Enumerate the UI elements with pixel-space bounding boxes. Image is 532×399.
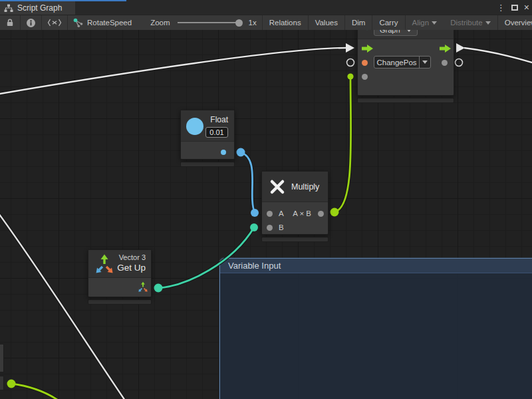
lock-icon [5, 18, 15, 27]
flow-input-arrow-icon[interactable] [362, 45, 373, 53]
current-graph-indicator: RotateSpeed [68, 18, 137, 28]
window-maximize-icon[interactable] [511, 5, 518, 11]
wire-float-to-multiply[interactable] [241, 152, 255, 213]
wire-flow-out-outline [464, 48, 532, 64]
float-type-icon [186, 118, 203, 135]
vector3-node-header[interactable]: Vector 3 Get Up [88, 250, 151, 278]
chevron-down-icon [485, 21, 491, 25]
offscreen-node-fragment-top[interactable] [0, 344, 4, 372]
flow-in-triangle[interactable] [346, 43, 354, 53]
carry-button[interactable]: Carry [372, 15, 405, 30]
group-variable-input[interactable]: Variable Input [219, 258, 532, 399]
align-label: Align [412, 19, 430, 27]
multiply-input-a-label: A [279, 209, 284, 217]
graph-toolbar: RotateSpeed Zoom 1x Relations Values Dim… [0, 15, 532, 30]
window-menu-icon[interactable]: ⋮ [497, 3, 505, 12]
values-label: Values [315, 19, 338, 27]
lock-button[interactable] [0, 15, 21, 30]
offscreen-node-fragment-bottom[interactable] [0, 376, 4, 390]
vector3-output-port-icon[interactable] [138, 281, 148, 293]
wire-flow-out[interactable] [464, 48, 532, 64]
port-dot-output[interactable] [442, 60, 448, 66]
info-icon [26, 18, 36, 28]
wire-endpoint-green-bottom[interactable] [331, 208, 339, 217]
dim-label: Dim [352, 19, 365, 27]
zoom-value: 1x [249, 19, 257, 27]
wire-endpoint-green-bl[interactable] [7, 380, 16, 388]
wire-endpoint-teal-end[interactable] [250, 223, 258, 231]
vector3-node-footer [88, 299, 152, 305]
distribute-menu-button[interactable]: Distribute [444, 15, 498, 30]
changepos-dropdown[interactable]: ChangePos [374, 56, 431, 68]
wire-endpoint-green-top[interactable] [347, 73, 353, 79]
relations-button[interactable]: Relations [262, 15, 309, 30]
overview-label: Overview [505, 19, 532, 27]
multiply-node-title: Multiply [291, 182, 319, 192]
dropdown-caret[interactable] [419, 57, 430, 68]
port-dot-input-2[interactable] [362, 74, 368, 80]
float-node-title: Float [210, 115, 228, 124]
node-graph[interactable]: <> Graph ChangePos [357, 30, 454, 103]
tab-script-graph[interactable]: Script Graph [0, 1, 75, 15]
graph-selector-dropdown[interactable]: Graph [374, 30, 418, 36]
wire-white-diagonal[interactable] [0, 213, 126, 399]
multiply-input-a-port[interactable] [267, 211, 273, 217]
unconnected-port-ring-left[interactable] [347, 59, 354, 66]
wire-endpoint-blue-end[interactable] [251, 209, 259, 217]
wire-flow-in-outline [0, 48, 346, 94]
align-menu-button[interactable]: Align [406, 15, 444, 30]
group-title: Variable Input [228, 261, 281, 271]
wire-endpoint-blue-start[interactable] [237, 148, 245, 157]
flow-output-arrow-icon[interactable] [440, 45, 451, 53]
wire-flow-in[interactable] [0, 48, 346, 94]
port-dot-orange-input[interactable] [362, 60, 368, 66]
relations-label: Relations [269, 19, 301, 27]
graph-hierarchy-icon [4, 4, 13, 13]
tab-label: Script Graph [17, 3, 62, 13]
distribute-label: Distribute [450, 19, 483, 27]
group-header[interactable]: Variable Input [220, 259, 532, 273]
window-close-icon[interactable]: × [524, 3, 529, 12]
multiply-x-icon [269, 178, 286, 196]
float-node-footer [180, 162, 235, 167]
window-controls: ⋮ × [497, 0, 529, 15]
float-node-header[interactable]: Float 0.01 [181, 110, 234, 142]
node-vector3-get-up[interactable]: Vector 3 Get Up [88, 249, 152, 305]
multiply-node-header[interactable]: Multiply [262, 172, 328, 202]
fit-view-button[interactable] [42, 15, 68, 30]
multiply-output-port[interactable] [318, 211, 324, 217]
fit-view-icon [47, 19, 62, 27]
overview-button[interactable]: Overview [498, 15, 532, 30]
wire-green-bl-outline [11, 384, 61, 399]
graph-asset-icon [73, 18, 84, 28]
zoom-label: Zoom [150, 19, 170, 27]
node-multiply[interactable]: Multiply A A × B B [261, 171, 329, 242]
unconnected-port-ring-right[interactable] [456, 59, 463, 66]
float-output-port[interactable] [221, 150, 226, 155]
carry-label: Carry [379, 19, 398, 27]
graph-node-header[interactable]: <> Graph [358, 30, 454, 39]
zoom-slider-handle[interactable] [235, 19, 243, 27]
wire-green-bottom-left[interactable] [11, 384, 61, 399]
graph-node-footer [357, 98, 454, 103]
wire-multiply-to-graph[interactable] [334, 76, 351, 212]
values-button[interactable]: Values [309, 15, 345, 30]
graph-canvas[interactable]: Variable Input [0, 30, 532, 399]
multiply-input-b-port[interactable] [267, 225, 273, 231]
graph-name-label: RotateSpeed [87, 19, 132, 27]
chevron-down-icon [406, 30, 412, 32]
flow-out-triangle[interactable] [456, 43, 465, 53]
node-float[interactable]: Float 0.01 [180, 110, 235, 167]
wire-endpoint-teal-start[interactable] [154, 284, 163, 293]
info-button[interactable] [21, 15, 42, 30]
vector3-node-subtitle: Get Up [117, 263, 146, 273]
dim-button[interactable]: Dim [345, 15, 372, 30]
graph-selector-label: Graph [380, 30, 400, 34]
float-value-input[interactable]: 0.01 [205, 127, 228, 138]
multiply-input-b-label: B [279, 223, 284, 231]
zoom-slider[interactable] [178, 22, 241, 23]
vector3-axes-icon [94, 253, 115, 275]
wire-white-diag-outline [0, 213, 126, 399]
wire-green-outline [334, 76, 351, 212]
tab-bar: Script Graph ⋮ × [0, 0, 532, 15]
